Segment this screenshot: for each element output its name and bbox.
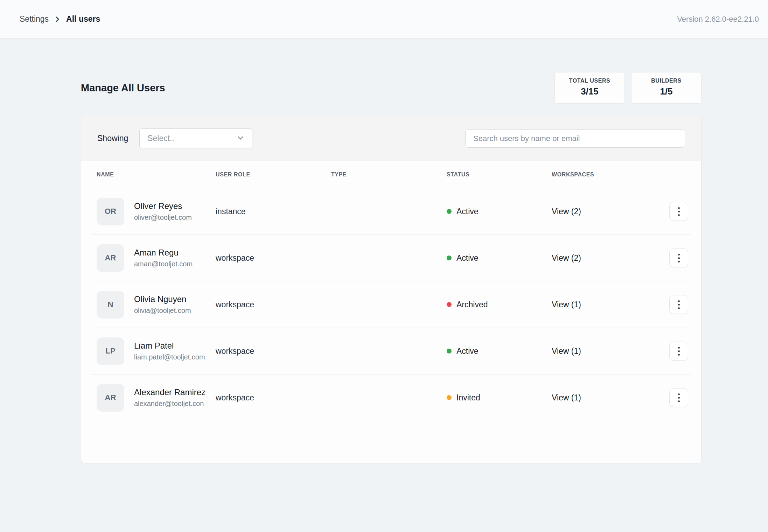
kebab-dot — [678, 254, 680, 255]
stat-card-builders: BUILDERS 1/5 — [631, 72, 701, 104]
breadcrumb: Settings All users — [20, 14, 100, 24]
avatar: AR — [97, 384, 124, 412]
table-row: OR Oliver Reyes oliver@tooljet.com insta… — [92, 188, 691, 235]
table-header-row: NAME USER ROLE TYPE STATUS WORKSPACES — [92, 161, 691, 188]
column-header-user-role: USER ROLE — [216, 172, 331, 178]
kebab-dot — [678, 207, 680, 209]
user-table-body: OR Oliver Reyes oliver@tooljet.com insta… — [92, 188, 691, 421]
main-content: Manage All Users TOTAL USERS 3/15 BUILDE… — [81, 72, 701, 463]
row-actions — [666, 342, 691, 360]
user-status: Active — [447, 253, 552, 263]
user-role: workspace — [216, 393, 331, 402]
users-panel: Showing Select.. NAME USER ROLE TYPE STA… — [81, 116, 701, 463]
breadcrumb-current-page: All users — [66, 14, 100, 24]
status-label: Active — [456, 207, 479, 216]
kebab-dot — [678, 261, 680, 262]
table-row: LP Liam Patel liam.patel@tooljet.com wor… — [92, 328, 691, 374]
table-bottom-space — [92, 421, 691, 463]
page-title: Manage All Users — [81, 82, 165, 94]
user-role: instance — [216, 207, 331, 216]
kebab-dot — [678, 307, 680, 309]
user-email: oliver@tooljet.com — [134, 214, 192, 222]
user-name-cell: AR Alexander Ramirez alexander@tooljet.c… — [97, 384, 216, 412]
version-label: Version 2.62.0-ee2.21.0 — [677, 15, 759, 24]
table-row: AR Aman Regu aman@tooljet.com workspace … — [92, 235, 691, 281]
avatar: OR — [97, 198, 124, 225]
user-status: Active — [447, 346, 552, 356]
breadcrumb-settings[interactable]: Settings — [20, 14, 49, 24]
row-actions — [666, 388, 691, 407]
status-dot — [447, 302, 452, 307]
user-status: Active — [447, 207, 552, 216]
avatar: N — [97, 291, 124, 318]
kebab-dot — [678, 354, 680, 356]
user-status: Invited — [447, 393, 552, 402]
status-label: Invited — [456, 393, 480, 402]
status-dot — [447, 395, 452, 400]
row-actions — [666, 202, 691, 221]
kebab-dot — [678, 350, 680, 352]
user-role: workspace — [216, 300, 331, 309]
stat-card-total-users: TOTAL USERS 3/15 — [554, 72, 625, 104]
stat-label: TOTAL USERS — [563, 78, 616, 84]
stats-cards: TOTAL USERS 3/15 BUILDERS 1/5 — [554, 72, 701, 104]
user-email: aman@tooljet.com — [134, 260, 193, 268]
showing-select-value: Select.. — [147, 134, 174, 143]
kebab-dot — [678, 214, 680, 216]
showing-label: Showing — [97, 134, 128, 143]
user-email: liam.patel@tooljet.com — [134, 353, 205, 361]
kebab-dot — [678, 393, 680, 395]
user-name-cell: OR Oliver Reyes oliver@tooljet.com — [97, 198, 216, 225]
row-actions-button[interactable] — [669, 202, 688, 221]
user-name: Liam Patel — [134, 341, 205, 351]
table-row: AR Alexander Ramirez alexander@tooljet.c… — [92, 374, 691, 421]
row-actions — [666, 295, 691, 314]
row-actions-button[interactable] — [669, 248, 688, 267]
user-email: olivia@tooljet.com — [134, 307, 191, 315]
status-label: Archived — [456, 300, 488, 309]
kebab-dot — [678, 257, 680, 259]
row-actions-button[interactable] — [669, 295, 688, 314]
user-name: Aman Regu — [134, 248, 193, 258]
column-header-type: TYPE — [331, 172, 447, 178]
column-header-workspaces: WORKSPACES — [552, 172, 666, 178]
status-dot — [447, 255, 452, 260]
user-name: Alexander Ramirez — [134, 387, 205, 397]
user-role: workspace — [216, 253, 331, 263]
kebab-dot — [678, 347, 680, 349]
kebab-dot — [678, 400, 680, 402]
showing-select[interactable]: Select.. — [139, 128, 252, 148]
avatar: AR — [97, 244, 124, 272]
chevron-down-icon — [236, 133, 245, 144]
view-workspaces-link[interactable]: View (2) — [552, 207, 666, 216]
user-name: Oliver Reyes — [134, 201, 192, 211]
user-status: Archived — [447, 300, 552, 309]
stat-value: 3/15 — [563, 86, 616, 97]
status-dot — [447, 209, 452, 214]
chevron-right-icon — [54, 15, 61, 23]
search-users-input[interactable] — [465, 130, 685, 148]
row-actions-button[interactable] — [669, 342, 688, 360]
user-name: Olivia Nguyen — [134, 294, 191, 304]
kebab-dot — [678, 304, 680, 306]
user-role: workspace — [216, 346, 331, 356]
column-header-status: STATUS — [447, 172, 552, 178]
avatar: LP — [97, 337, 124, 365]
filter-bar: Showing Select.. — [81, 116, 701, 161]
stat-value: 1/5 — [640, 86, 693, 97]
user-name-cell: AR Aman Regu aman@tooljet.com — [97, 244, 216, 272]
view-workspaces-link[interactable]: View (2) — [552, 253, 666, 263]
row-actions — [666, 248, 691, 267]
kebab-dot — [678, 300, 680, 302]
view-workspaces-link[interactable]: View (1) — [552, 300, 666, 309]
status-label: Active — [456, 346, 479, 356]
view-workspaces-link[interactable]: View (1) — [552, 346, 666, 356]
column-header-name: NAME — [97, 172, 216, 178]
stat-label: BUILDERS — [640, 78, 693, 84]
view-workspaces-link[interactable]: View (1) — [552, 393, 666, 402]
user-name-cell: N Olivia Nguyen olivia@tooljet.com — [97, 291, 216, 318]
top-bar: Settings All users Version 2.62.0-ee2.21… — [0, 0, 768, 38]
status-dot — [447, 349, 452, 354]
user-email: alexander@tooljet.con — [134, 400, 205, 408]
row-actions-button[interactable] — [669, 388, 688, 407]
